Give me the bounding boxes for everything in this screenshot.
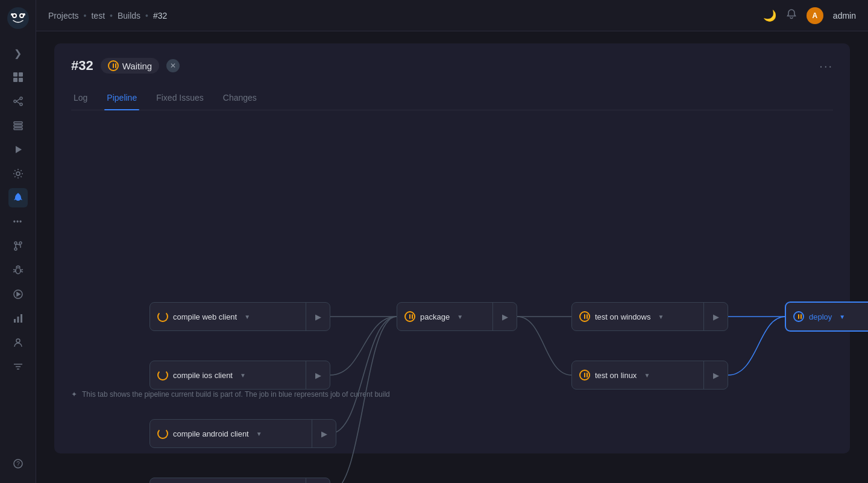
filter-settings-icon[interactable] (8, 357, 28, 376)
job-label-area: compile android client ▼ (150, 428, 312, 439)
job-name: compile android client (173, 429, 249, 438)
svg-point-22 (19, 242, 22, 244)
job-compile-backend[interactable]: compile backend ▼ ▶ (149, 478, 330, 483)
job-name: compile web client (173, 312, 237, 321)
tab-fixed-issues[interactable]: Fixed Issues (154, 88, 206, 110)
job-play-button[interactable]: ▶ (703, 361, 728, 389)
theme-toggle-icon[interactable]: 🌙 (763, 9, 776, 22)
svg-point-3 (13, 14, 16, 17)
pipeline-info: ✦ This tab shows the pipeline current bu… (71, 390, 833, 399)
job-compile-web-client[interactable]: compile web client ▼ ▶ (149, 302, 330, 331)
job-play-button[interactable]: ▶ (312, 420, 336, 447)
more-dots-icon[interactable]: ••• (8, 212, 28, 232)
breadcrumb-test[interactable]: test (91, 11, 105, 21)
breadcrumb: Projects • test • Builds • #32 (48, 11, 167, 21)
svg-rect-10 (19, 78, 23, 82)
svg-text:?: ? (16, 461, 20, 467)
tab-log[interactable]: Log (71, 88, 90, 110)
chart-icon[interactable] (8, 309, 28, 328)
app-logo[interactable] (7, 7, 29, 29)
pipeline-icon[interactable] (8, 92, 28, 111)
svg-point-0 (7, 7, 29, 29)
svg-rect-9 (13, 78, 17, 82)
play-circle-icon[interactable] (8, 285, 28, 304)
pause-icon (579, 370, 590, 380)
bug-icon[interactable] (8, 260, 28, 280)
pipeline-canvas: compile web client ▼ ▶ compile ios clien… (71, 127, 833, 380)
spin-icon (157, 370, 168, 380)
svg-point-12 (20, 97, 22, 99)
job-package[interactable]: package ▼ ▶ (397, 302, 517, 331)
job-dropdown-icon[interactable]: ▼ (658, 314, 664, 320)
job-dropdown-icon[interactable]: ▼ (839, 314, 845, 320)
svg-point-13 (20, 103, 22, 106)
job-name: package (420, 312, 450, 321)
build-header: #32 Waiting ✕ ··· (71, 58, 833, 74)
svg-point-5 (11, 13, 13, 16)
info-icon: ✦ (71, 390, 77, 399)
svg-point-33 (16, 339, 20, 343)
tab-pipeline[interactable]: Pipeline (104, 88, 139, 110)
job-play-button[interactable]: ▶ (492, 303, 517, 330)
build-number: #32 (71, 58, 93, 74)
build-card: #32 Waiting ✕ ··· Log Pipeline Fixed Iss… (54, 43, 850, 453)
breadcrumb-projects[interactable]: Projects (48, 11, 79, 21)
git-icon[interactable] (8, 236, 28, 256)
job-play-button[interactable]: ▶ (306, 303, 330, 330)
more-options-button[interactable]: ··· (819, 59, 833, 73)
user-name: admin (833, 11, 856, 21)
cancel-button[interactable]: ✕ (166, 59, 180, 72)
job-label-area: compile ios client ▼ (150, 370, 306, 380)
job-name: compile ios client (173, 371, 233, 380)
breadcrumb-sep-3: • (145, 11, 148, 21)
breadcrumb-builds[interactable]: Builds (118, 11, 140, 21)
job-dropdown-icon[interactable]: ▼ (644, 372, 650, 379)
pipeline-connections (71, 127, 833, 380)
job-dropdown-icon[interactable]: ▼ (256, 431, 262, 437)
job-label-area: test on windows ▼ (572, 311, 703, 322)
job-dropdown-icon[interactable]: ▼ (457, 314, 463, 320)
status-badge: Waiting (101, 58, 159, 74)
notification-icon[interactable] (786, 8, 797, 22)
tab-changes[interactable]: Changes (221, 88, 259, 110)
svg-rect-32 (20, 314, 22, 323)
dashboard-icon[interactable] (8, 68, 28, 87)
svg-line-27 (13, 271, 16, 272)
job-test-on-linux[interactable]: test on linux ▼ ▶ (571, 361, 728, 390)
help-icon[interactable]: ? (8, 454, 28, 473)
job-label-area: test on linux ▼ (572, 370, 703, 380)
svg-line-15 (16, 101, 20, 104)
page-content: #32 Waiting ✕ ··· Log Pipeline Fixed Iss… (36, 31, 868, 483)
svg-point-19 (16, 172, 20, 175)
run-icon[interactable] (8, 140, 28, 159)
job-test-on-windows[interactable]: test on windows ▼ ▶ (571, 302, 728, 331)
job-compile-ios-client[interactable]: compile ios client ▼ ▶ (149, 361, 330, 390)
job-play-button[interactable]: ▶ (306, 478, 330, 483)
job-compile-android-client[interactable]: compile android client ▼ ▶ (149, 419, 336, 448)
svg-line-28 (20, 271, 23, 272)
breadcrumb-sep-2: • (110, 11, 113, 21)
team-icon[interactable] (8, 333, 28, 352)
pause-icon (579, 311, 590, 322)
job-play-button[interactable]: ▶ (703, 303, 728, 330)
job-name: test on linux (595, 371, 637, 380)
top-navigation: Projects • test • Builds • #32 🌙 A admin (36, 0, 868, 31)
svg-point-11 (14, 100, 16, 103)
build-list-icon[interactable] (8, 116, 28, 135)
job-name: deploy (809, 312, 832, 321)
rocket-icon[interactable] (8, 188, 28, 207)
job-dropdown-icon[interactable]: ▼ (240, 372, 246, 379)
job-play-button[interactable]: ▶ (306, 361, 330, 389)
pause-icon (404, 311, 415, 322)
build-status-text: Waiting (122, 61, 152, 71)
svg-line-25 (13, 270, 16, 270)
svg-rect-31 (17, 317, 19, 323)
sidebar-toggle-icon[interactable]: ❯ (8, 43, 28, 63)
user-avatar[interactable]: A (807, 7, 823, 24)
svg-point-21 (14, 248, 17, 250)
job-deploy[interactable]: deploy ▼ ▶ (785, 302, 868, 331)
job-label-area: deploy ▼ (786, 311, 868, 322)
job-dropdown-icon[interactable]: ▼ (244, 314, 250, 320)
settings-icon[interactable] (8, 164, 28, 183)
waiting-icon (108, 60, 119, 71)
